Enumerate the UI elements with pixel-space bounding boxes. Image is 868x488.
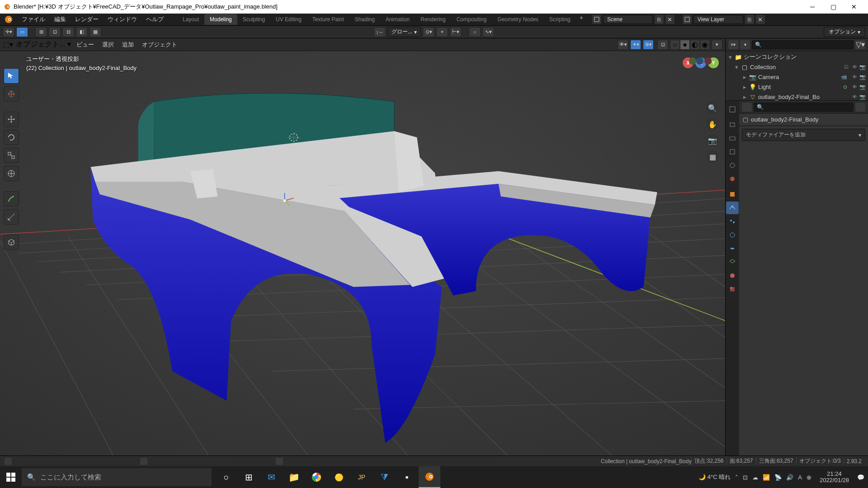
view-menu[interactable]: ビュー [74, 41, 97, 49]
system-tray[interactable]: 🌙 4°C 晴れ ˄ ⊡ ☁ 📶 📡 🔊 A ⊗ 21:24 2022/01/2… [695, 471, 868, 484]
outliner-search-input[interactable] [752, 40, 854, 49]
new-layer-button[interactable]: ⎘ [745, 15, 754, 24]
outliner-filter-button[interactable]: ▽▾ [855, 40, 865, 49]
3d-viewport[interactable]: ⬚▾ オブジェクト... ▾ ビュー 選択 追加 オブジェクト 👁▾ ✦▾ ⊕▾… [0, 38, 725, 455]
mail-icon[interactable]: ✉ [260, 466, 282, 488]
annotate-tool[interactable] [4, 191, 19, 206]
pivot-mode-button-1[interactable]: ⊞ [35, 27, 47, 37]
notifications-icon[interactable]: 💬 [857, 474, 864, 481]
delete-scene-button[interactable]: ✕ [665, 15, 675, 24]
prop-tab-viewlayer[interactable] [726, 145, 739, 158]
ime-icon[interactable]: A [798, 474, 802, 481]
perspective-toggle-icon[interactable]: ▦ [706, 150, 719, 163]
snap-toggle[interactable]: ⌖ [436, 27, 448, 37]
new-scene-button[interactable]: ⎘ [655, 15, 664, 24]
select-box-tool[interactable] [4, 68, 19, 84]
prop-tab-material[interactable] [726, 269, 739, 282]
proportional-edit-toggle[interactable]: ○ [469, 27, 481, 37]
menu-edit[interactable]: 編集 [50, 14, 71, 25]
outliner-display-mode[interactable]: ▾ [740, 40, 750, 49]
prop-tab-texture[interactable] [726, 283, 739, 296]
volume-icon[interactable]: 🔊 [786, 474, 793, 481]
delete-layer-button[interactable]: ✕ [756, 15, 765, 24]
tab-geometry-nodes[interactable]: Geometry Nodes [492, 14, 544, 25]
viewport-canvas[interactable] [0, 51, 725, 455]
context-object-name[interactable]: outlaw_body2-Final_Body [751, 116, 819, 123]
tab-compositing[interactable]: Compositing [451, 14, 492, 25]
viewport-options-dropdown[interactable]: オプション ▾ [824, 27, 865, 37]
vscode-icon[interactable]: ⧩ [373, 466, 395, 488]
prop-tab-object[interactable] [726, 188, 739, 201]
window-minimize-button[interactable]: ─ [802, 0, 823, 14]
add-menu[interactable]: 追加 [119, 41, 137, 49]
blender-taskbar-icon[interactable] [419, 466, 440, 488]
properties-search-input[interactable] [754, 103, 854, 112]
bluetooth-icon[interactable]: 📶 [763, 474, 770, 481]
menu-file[interactable]: ファイル [17, 14, 50, 25]
window-maximize-button[interactable]: ▢ [823, 0, 844, 14]
move-tool[interactable] [4, 112, 19, 127]
onedrive-icon[interactable]: ⊡ [743, 474, 748, 481]
prop-tab-physics[interactable] [726, 229, 739, 241]
outliner-editor-type[interactable]: ≡▾ [728, 40, 738, 49]
cloud-icon[interactable]: ☁ [752, 474, 758, 481]
cursor-tool-icon[interactable]: ✛▾ [3, 27, 14, 37]
proportional-falloff-dropdown[interactable]: ∿▾ [482, 27, 494, 37]
tab-scripting[interactable]: Scripting [544, 14, 576, 25]
prop-tab-particles[interactable] [726, 215, 739, 228]
prop-tab-tool[interactable] [726, 103, 739, 116]
scale-tool[interactable] [4, 148, 19, 163]
tab-uv-editing[interactable]: UV Editing [270, 14, 307, 25]
prop-tab-world[interactable] [726, 173, 739, 185]
camera-view-icon[interactable]: 📷 [706, 134, 719, 147]
navigation-gizmo[interactable]: Z X Y [683, 57, 719, 94]
terminal-icon[interactable]: ▪ [396, 466, 418, 488]
properties-options[interactable] [855, 103, 865, 112]
tab-rendering[interactable]: Rendering [415, 14, 451, 25]
outliner-tree[interactable]: ▾ 📁 シーンコレクション ▾ ▢ Collection ☑👁📷 ▸ 📷 Cam… [726, 51, 868, 101]
menu-window[interactable]: ウィンドウ [103, 14, 142, 25]
orientation-dropdown[interactable]: グロー... ▾ [387, 27, 421, 37]
pan-icon[interactable]: ✋ [706, 118, 719, 131]
solid-shading[interactable]: ● [680, 40, 690, 50]
prop-tab-constraints[interactable] [726, 242, 739, 255]
tab-sculpting[interactable]: Sculpting [237, 14, 270, 25]
prop-tab-scene[interactable] [726, 159, 739, 172]
add-workspace-button[interactable]: + [576, 14, 587, 25]
pivot-mode-button-3[interactable]: ⊟ [62, 27, 74, 37]
browse-scene-icon[interactable] [592, 15, 601, 24]
tab-animation[interactable]: Animation [380, 14, 415, 25]
tray-chevron-icon[interactable]: ˄ [735, 474, 738, 481]
select-tool-icon[interactable]: ▭ [16, 27, 28, 37]
taskbar-search[interactable]: 🔍 ここに入力して検索 [22, 468, 212, 486]
wifi-icon[interactable]: 📡 [774, 474, 782, 481]
select-menu[interactable]: 選択 [99, 41, 117, 49]
object-menu[interactable]: オブジェクト [139, 41, 180, 49]
start-button[interactable] [0, 466, 22, 488]
pivot-point-button[interactable]: ⊙▾ [423, 27, 434, 37]
rendered-shading[interactable]: ◉ [700, 40, 710, 50]
pivot-mode-button-4[interactable]: ◧ [76, 27, 88, 37]
zoom-icon[interactable]: 🔍 [706, 102, 719, 114]
xray-toggle[interactable]: ⊡ [657, 40, 668, 50]
gizmo-toggle[interactable]: ✦▾ [630, 40, 641, 50]
tab-modeling[interactable]: Modeling [204, 14, 237, 25]
blender-menu-icon[interactable] [3, 14, 14, 25]
editor-type-button[interactable]: ⬚▾ [3, 40, 13, 49]
chrome-icon[interactable] [306, 466, 327, 488]
rotate-tool[interactable] [4, 130, 19, 145]
cortana-icon[interactable]: ○ [215, 466, 237, 488]
add-modifier-dropdown[interactable]: モディファイアーを追加 ▾ [742, 129, 865, 141]
prop-tab-modifier[interactable] [726, 202, 739, 214]
taskbar-clock[interactable]: 21:24 2022/01/28 [816, 471, 853, 484]
snap-target-dropdown[interactable]: ⊢▾ [450, 27, 462, 37]
transform-tool[interactable] [4, 166, 19, 181]
prop-tab-render[interactable] [726, 118, 739, 131]
tab-texture-paint[interactable]: Texture Paint [307, 14, 349, 25]
tab-layout[interactable]: Layout [177, 14, 204, 25]
mode-dropdown[interactable]: オブジェクト... ▾ [16, 40, 71, 49]
explorer-icon[interactable]: 📁 [283, 466, 305, 488]
taskview-icon[interactable]: ⊞ [238, 466, 259, 488]
menu-render[interactable]: レンダー [71, 14, 103, 25]
window-close-button[interactable]: ✕ [844, 0, 864, 14]
